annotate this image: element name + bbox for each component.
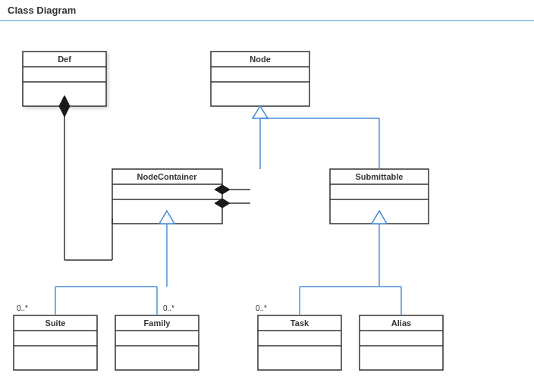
svg-text:Suite: Suite bbox=[46, 318, 66, 328]
svg-text:Def: Def bbox=[58, 55, 71, 64]
svg-text:Alias: Alias bbox=[391, 318, 411, 328]
header: Class Diagram bbox=[0, 0, 534, 21]
svg-text:NodeContainer: NodeContainer bbox=[137, 172, 198, 181]
page: Class Diagram Def Node NodeContainer Sub… bbox=[0, 0, 534, 392]
svg-text:0..*: 0..* bbox=[256, 304, 267, 312]
svg-text:0..*: 0..* bbox=[17, 304, 28, 312]
diagram-area: Def Node NodeContainer Submittable Suite bbox=[0, 21, 534, 389]
svg-text:Node: Node bbox=[250, 55, 271, 64]
svg-text:Family: Family bbox=[144, 318, 171, 328]
svg-text:Submittable: Submittable bbox=[356, 172, 404, 181]
page-title: Class Diagram bbox=[8, 5, 76, 16]
svg-marker-33 bbox=[253, 106, 268, 118]
diagram-svg: Def Node NodeContainer Submittable Suite bbox=[0, 21, 534, 389]
svg-text:0..*: 0..* bbox=[163, 304, 174, 312]
svg-text:Task: Task bbox=[291, 318, 309, 328]
